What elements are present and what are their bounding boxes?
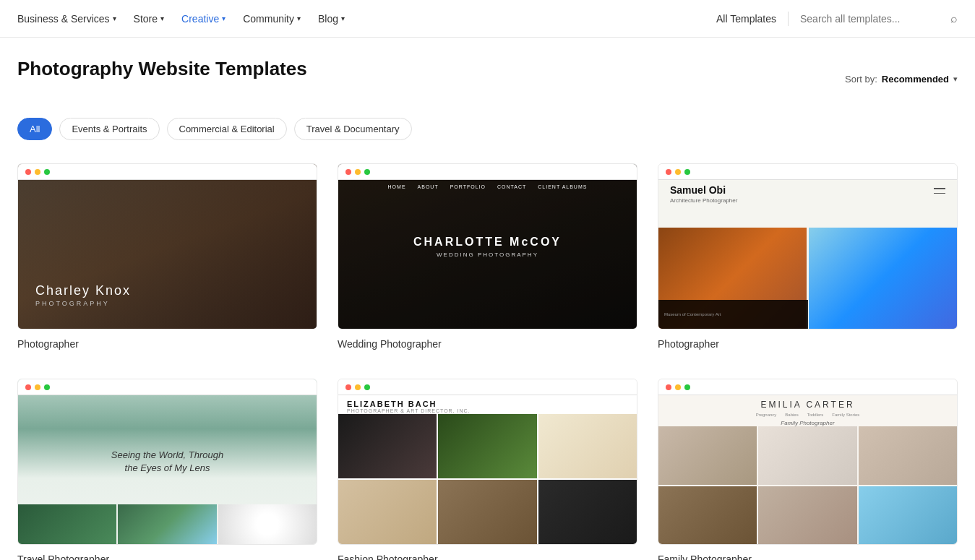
samuel-title-block: Samuel Obi Architecture Photographer (670, 184, 737, 204)
nav-label: Community (243, 13, 294, 25)
dot-red (666, 169, 671, 175)
charlotte-nav-contact: CONTACT (497, 184, 526, 189)
template-card-1[interactable]: Charley Knox PHOTOGRAPHY Photographer (17, 163, 317, 350)
dot-red (345, 169, 351, 175)
template-card-4[interactable]: Seeing the World, Through the Eyes of My… (17, 379, 317, 560)
template-name-3: Photographer (658, 338, 958, 350)
samuel-caption: Museum of Contemporary Art (658, 300, 808, 329)
dot-yellow (675, 384, 681, 390)
chevron-down-icon: ▾ (297, 14, 301, 22)
page-title: Photography Website Templates (17, 58, 307, 80)
family-img5 (758, 486, 856, 545)
nav-blog[interactable]: Blog ▾ (318, 13, 345, 25)
family-img1 (658, 426, 757, 485)
nav-community[interactable]: Community ▾ (243, 13, 301, 25)
family-img4 (658, 486, 757, 545)
nav-label: Store (134, 13, 158, 25)
template-thumbnail-3: Samuel Obi Architecture Photographer (658, 163, 958, 329)
main-navigation: Business & Services ▾ Store ▾ Creative ▾… (0, 0, 975, 38)
template-card-6[interactable]: EMILIA CARTER Pregnancy Babies Toddlers … (658, 379, 958, 560)
samuel-img2 (809, 228, 957, 329)
sort-control[interactable]: Sort by: Recommended ▾ (845, 74, 958, 85)
top-bar: Photography Website Templates Sort by: R… (17, 58, 958, 100)
family-img6 (859, 486, 957, 545)
samuel-header: Samuel Obi Architecture Photographer (670, 184, 945, 204)
nav-label: Blog (318, 13, 338, 25)
nav-divider (788, 12, 789, 26)
search-container: ⌕ (800, 12, 958, 25)
dot-red (666, 384, 671, 390)
family-grid (658, 426, 957, 544)
filter-tabs: All Events & Portraits Commercial & Edit… (17, 118, 958, 140)
thumb-content-travel: Seeing the World, Through the Eyes of My… (18, 379, 317, 544)
family-nav-4: Family Stories (832, 413, 859, 417)
charlotte-text: CHARLOTTE McCOY WEDDING PHOTOGRAPHY (413, 236, 562, 258)
chevron-down-icon: ▾ (222, 14, 226, 22)
nav-store[interactable]: Store ▾ (134, 13, 164, 25)
samuel-name: Samuel Obi (670, 184, 737, 196)
samuel-sub: Architecture Photographer (670, 197, 737, 204)
thumb-content-family: EMILIA CARTER Pregnancy Babies Toddlers … (658, 379, 957, 544)
all-templates-link[interactable]: All Templates (716, 13, 776, 25)
charley-sub: PHOTOGRAPHY (35, 300, 131, 307)
travel-text: Seeing the World, Through the Eyes of My… (111, 449, 223, 475)
dot-green (44, 384, 50, 390)
fashion-desc: PHOTOGRAPHER & ART DIRECTOR, INC. (347, 408, 628, 413)
fashion-img4 (338, 480, 437, 544)
charley-name: Charley Knox (35, 283, 131, 298)
search-icon[interactable]: ⌕ (950, 12, 958, 25)
window-bar (658, 164, 957, 180)
dot-green (364, 384, 370, 390)
travel-img2 (118, 504, 216, 544)
nav-business-services[interactable]: Business & Services ▾ (17, 13, 116, 25)
hamburger-line (934, 188, 945, 189)
template-card-5[interactable]: ELIZABETH BACH PHOTOGRAPHER & ART DIRECT… (338, 379, 637, 560)
dot-yellow (355, 169, 361, 175)
filter-events-portraits[interactable]: Events & Portraits (59, 118, 159, 140)
template-card-2[interactable]: HOME ABOUT PORTFOLIO CONTACT CLIENT ALBU… (338, 163, 637, 350)
template-thumbnail-4: Seeing the World, Through the Eyes of My… (17, 379, 317, 545)
dot-yellow (675, 169, 681, 175)
dot-yellow (355, 384, 361, 390)
search-input[interactable] (800, 13, 945, 25)
fashion-img6 (538, 480, 637, 544)
nav-label: Business & Services (17, 13, 110, 25)
family-header: EMILIA CARTER Pregnancy Babies Toddlers … (658, 400, 957, 426)
fashion-grid (338, 414, 637, 544)
travel-line2: the Eyes of My Lens (125, 462, 210, 473)
samuel-menu-icon (934, 184, 945, 194)
nav-creative[interactable]: Creative ▾ (181, 13, 226, 25)
filter-commercial-editorial[interactable]: Commercial & Editorial (167, 118, 287, 140)
sort-label: Sort by: (845, 74, 877, 85)
template-name-6: Family Photographer (658, 553, 958, 560)
fashion-img3 (538, 414, 637, 478)
chevron-down-icon: ▾ (113, 14, 116, 22)
filter-travel-documentary[interactable]: Travel & Documentary (294, 118, 412, 140)
template-card-3[interactable]: Samuel Obi Architecture Photographer (658, 163, 958, 350)
template-name-1: Photographer (17, 338, 317, 350)
fashion-header: ELIZABETH BACH PHOTOGRAPHER & ART DIRECT… (347, 400, 628, 413)
nav-right: All Templates ⌕ (716, 12, 958, 26)
template-thumbnail-5: ELIZABETH BACH PHOTOGRAPHER & ART DIRECT… (338, 379, 637, 545)
thumb-content-fashion: ELIZABETH BACH PHOTOGRAPHER & ART DIRECT… (338, 379, 637, 544)
dot-yellow (35, 384, 40, 390)
window-bar (338, 379, 637, 395)
window-bar (338, 164, 637, 180)
window-bar (18, 164, 317, 180)
hamburger-line (934, 193, 945, 194)
charley-text: Charley Knox PHOTOGRAPHY (35, 283, 131, 307)
thumb-content-charlotte: HOME ABOUT PORTFOLIO CONTACT CLIENT ALBU… (338, 164, 637, 329)
filter-all[interactable]: All (17, 118, 52, 140)
nav-left: Business & Services ▾ Store ▾ Creative ▾… (17, 13, 716, 25)
thumb-content-samuel: Samuel Obi Architecture Photographer (658, 164, 957, 329)
window-bar (658, 379, 957, 395)
chevron-down-icon: ▾ (341, 14, 345, 22)
travel-tagline: Seeing the World, Through the Eyes of My… (111, 449, 223, 475)
fashion-img2 (438, 414, 536, 478)
dot-yellow (35, 169, 40, 175)
template-thumbnail-6: EMILIA CARTER Pregnancy Babies Toddlers … (658, 379, 958, 545)
dot-green (44, 169, 50, 175)
templates-grid: Charley Knox PHOTOGRAPHY Photographer (17, 163, 958, 560)
travel-line1: Seeing the World, Through (111, 449, 223, 460)
fashion-brand: ELIZABETH BACH (347, 400, 628, 408)
